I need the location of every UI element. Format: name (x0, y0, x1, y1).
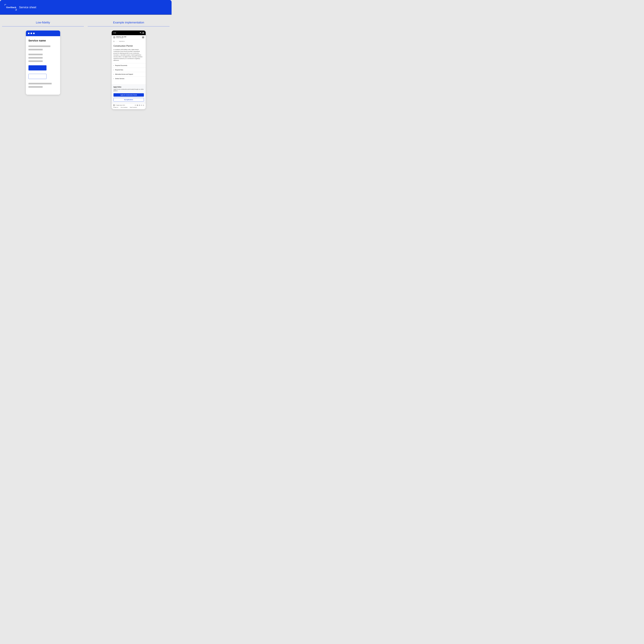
copyright-text: © Digital Island 2023 (116, 105, 125, 106)
window-dot-icon (33, 33, 35, 34)
placeholder-bar (28, 83, 52, 84)
placeholder-bar (28, 57, 43, 59)
status-time: 9:30 (113, 32, 116, 34)
breadcrumb: › ... › Applications (112, 40, 146, 43)
page-title: Service sheet (19, 6, 36, 9)
lofi-window-bar (26, 31, 60, 36)
github-icon[interactable] (143, 105, 144, 106)
accordion-required-fees[interactable]: › Required fees (112, 68, 146, 72)
crumb-current[interactable]: Applications (119, 41, 125, 42)
svg-point-15 (139, 105, 140, 105)
lofi-docs-block (28, 54, 58, 62)
apply-section: Apply Online Apply for your construction… (112, 84, 146, 103)
data-protection-link[interactable]: Data Protection (130, 107, 137, 108)
chevron-right-icon: › (113, 65, 114, 66)
accordion-alt-access[interactable]: › Alternative Access and Support (112, 72, 146, 76)
brand-logo-icon (113, 104, 115, 106)
columns: Low-fidelity Service summary Documents r… (0, 15, 172, 109)
facebook-icon[interactable] (135, 105, 136, 106)
lofi-summary-block (28, 45, 58, 50)
lofi-card: Service name (26, 31, 60, 95)
page-root: GovStack Service sheet Low-fidelity Serv… (0, 0, 172, 115)
service-description: In compliance with building codes, Digit… (113, 49, 144, 61)
apply-button[interactable]: Apply for Construction Permit (113, 93, 144, 97)
start-button[interactable] (28, 65, 46, 70)
x-icon[interactable] (137, 105, 138, 106)
instagram-icon[interactable] (139, 105, 140, 106)
brand-logo-icon (113, 36, 115, 38)
phone-brand[interactable]: DIGITAL ISLAND E-GOV PORTAL (113, 36, 126, 38)
menu-icon[interactable] (142, 37, 144, 38)
phone-footer: © Digital Island 2023 Contact Us | (112, 103, 146, 109)
govstack-logo: GovStack (5, 4, 17, 10)
top-header: GovStack Service sheet (0, 0, 172, 15)
crumb-ellipsis[interactable]: ... (116, 41, 117, 42)
brand-sub: E-GOV PORTAL (116, 37, 126, 38)
apply-title: Apply Online (113, 86, 144, 88)
phone-content: Construction Permit In compliance with b… (112, 43, 146, 103)
svg-rect-8 (113, 37, 115, 38)
column-example: Example implementation 9:30 (88, 21, 170, 109)
chevron-right-icon: › (118, 41, 118, 42)
wifi-icon (140, 32, 141, 33)
apply-description: Apply for your construction permit easil… (113, 88, 144, 92)
social-icons (135, 105, 144, 106)
svg-text:GovStack: GovStack (6, 6, 16, 9)
svg-rect-11 (113, 105, 115, 106)
lofi-body: Service name (26, 36, 60, 95)
accordion-similar[interactable]: › Similar Services (112, 76, 146, 81)
youtube-icon[interactable] (141, 105, 142, 106)
battery-icon (143, 32, 144, 33)
contact-link[interactable]: Contact Us (113, 107, 118, 108)
chevron-right-icon: › (115, 41, 116, 42)
placeholder-bar (28, 60, 43, 62)
phone-frame: 9:30 DIGITA (112, 31, 146, 109)
placeholder-bar (28, 86, 43, 88)
accordion-label: Similar Services (115, 78, 124, 79)
logo-wrapper: GovStack Service sheet (5, 4, 36, 10)
phone-status-bar: 9:30 (112, 31, 146, 35)
accordion-label: Required Documents (115, 65, 127, 66)
service-title: Construction Permit (113, 45, 144, 47)
placeholder-bar (28, 49, 43, 50)
lofi-heading: Low-fidelity (36, 21, 50, 24)
column-lofi: Low-fidelity Service summary Documents r… (2, 21, 84, 109)
lofi-other-block (28, 83, 58, 88)
my-applications-button[interactable]: My Applications (113, 98, 144, 101)
chevron-right-icon: › (113, 74, 114, 75)
lofi-service-name: Service name (28, 39, 58, 42)
window-dot-icon (28, 33, 29, 34)
accordion-label: Alternative Access and Support (115, 74, 133, 75)
footer-links: Contact Us | Give Feedback | Data Protec… (113, 107, 144, 108)
footer-copyright-wrap: © Digital Island 2023 (113, 104, 125, 106)
signal-icon (142, 32, 143, 33)
brand-name: DIGITAL ISLAND (116, 36, 126, 37)
placeholder-bar (28, 45, 50, 47)
status-icons (140, 32, 144, 33)
signin-button[interactable] (28, 74, 46, 79)
lofi-wrapper: Service summary Documents required or ba… (2, 31, 84, 95)
chevron-right-icon: › (113, 78, 114, 79)
example-heading: Example implementation (113, 21, 144, 24)
phone-app-header: DIGITAL ISLAND E-GOV PORTAL (112, 35, 146, 40)
home-icon[interactable] (113, 41, 115, 42)
placeholder-bar (28, 54, 43, 55)
accordion-required-docs[interactable]: › Required Documents (112, 63, 146, 68)
separator: | (119, 107, 120, 108)
feedback-link[interactable]: Give Feedback (121, 107, 128, 108)
window-dot-icon (31, 33, 32, 34)
accordion-label: Required fees (115, 69, 123, 71)
svg-rect-14 (139, 105, 140, 106)
svg-rect-6 (143, 32, 144, 33)
chevron-right-icon: › (113, 69, 114, 71)
